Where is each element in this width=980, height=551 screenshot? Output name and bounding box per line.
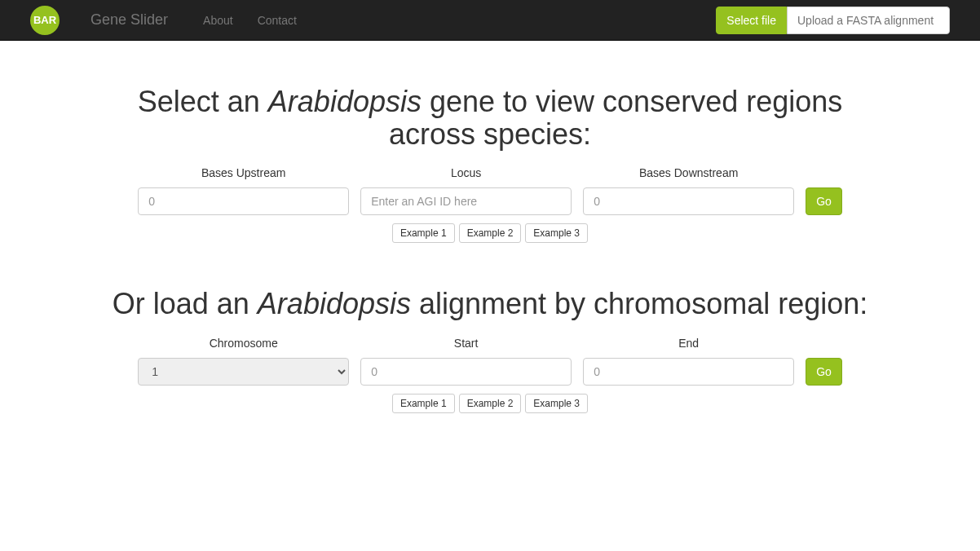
gene-go-button[interactable]: Go xyxy=(806,187,842,215)
gene-example-2-button[interactable]: Example 2 xyxy=(459,223,522,243)
gene-example-3-button[interactable]: Example 3 xyxy=(525,223,588,243)
navbar-upload-group: Select file xyxy=(716,7,950,34)
gene-example-1-button[interactable]: Example 1 xyxy=(392,223,455,243)
heading-em: Arabidopsis xyxy=(258,287,411,320)
region-example-2-button[interactable]: Example 2 xyxy=(459,394,522,413)
gene-form-row: Bases Upstream Locus Bases Downstream Go xyxy=(107,166,873,215)
contact-link[interactable]: Contact xyxy=(245,2,309,39)
start-label: Start xyxy=(454,337,479,350)
heading-text: alignment by chromosomal region: xyxy=(411,287,867,320)
gene-section-heading: Select an Arabidopsis gene to view conse… xyxy=(107,86,873,150)
bar-logo-text: BAR xyxy=(33,14,56,26)
upstream-label: Bases Upstream xyxy=(201,166,285,179)
region-section-heading: Or load an Arabidopsis alignment by chro… xyxy=(107,288,873,320)
start-input[interactable] xyxy=(360,358,572,386)
heading-em: Arabidopsis xyxy=(268,85,422,118)
upstream-group: Bases Upstream xyxy=(138,166,349,215)
upstream-input[interactable] xyxy=(138,187,349,215)
chromosome-group: Chromosome 1 xyxy=(138,337,349,386)
region-example-3-button[interactable]: Example 3 xyxy=(525,394,588,413)
heading-text: gene to view conserved regions across sp… xyxy=(389,85,842,151)
app-title[interactable]: Gene Slider xyxy=(90,11,168,29)
region-examples-row: Example 1 Example 2 Example 3 xyxy=(107,394,873,413)
locus-input[interactable] xyxy=(360,187,572,215)
downstream-label: Bases Downstream xyxy=(639,166,738,179)
chromosome-select[interactable]: 1 xyxy=(138,358,349,386)
region-go-button[interactable]: Go xyxy=(806,358,842,386)
upload-fasta-input[interactable] xyxy=(787,7,950,34)
locus-group: Locus xyxy=(360,166,572,215)
end-group: End xyxy=(583,337,794,386)
heading-text: Or load an xyxy=(113,287,258,320)
downstream-input[interactable] xyxy=(583,187,794,215)
chromosome-label: Chromosome xyxy=(210,337,278,350)
select-file-button[interactable]: Select file xyxy=(716,7,787,34)
start-group: Start xyxy=(360,337,572,386)
about-link[interactable]: About xyxy=(191,2,245,39)
region-form-row: Chromosome 1 Start End Go xyxy=(107,337,873,386)
end-label: End xyxy=(678,337,699,350)
locus-label: Locus xyxy=(451,166,481,179)
heading-text: Select an xyxy=(138,85,268,118)
navbar: BAR Gene Slider About Contact Select fil… xyxy=(0,0,980,41)
region-example-1-button[interactable]: Example 1 xyxy=(392,394,455,413)
main-container: Select an Arabidopsis gene to view conse… xyxy=(95,86,885,413)
gene-examples-row: Example 1 Example 2 Example 3 xyxy=(107,223,873,243)
end-input[interactable] xyxy=(583,358,794,386)
downstream-group: Bases Downstream xyxy=(583,166,794,215)
bar-logo[interactable]: BAR xyxy=(30,6,60,35)
